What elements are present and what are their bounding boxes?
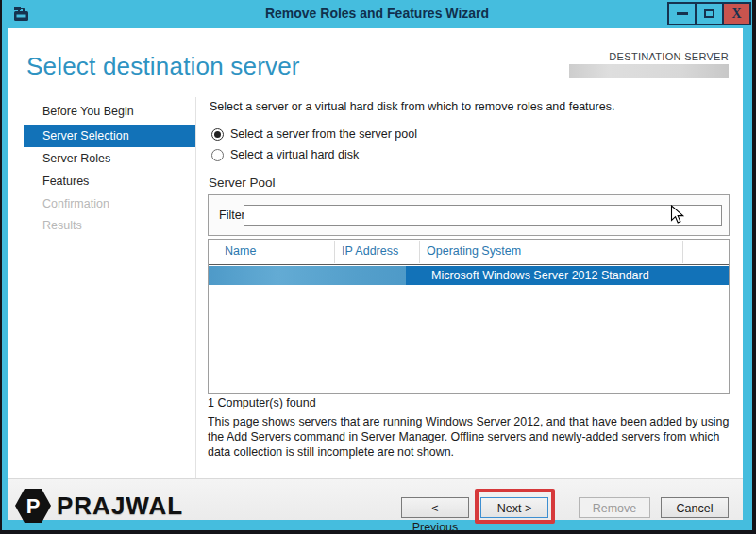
prajwal-watermark: PRAJWAL [57, 492, 183, 521]
remove-button: Remove [579, 497, 650, 518]
next-button[interactable]: Next > [480, 497, 548, 518]
footer: P PRAJWAL < Previous Next > Remove Cance… [0, 0, 756, 534]
cancel-button[interactable]: Cancel [661, 497, 729, 518]
screenshot-root: Remove Roles and Features Wizard X Selec… [0, 0, 756, 534]
svg-text:P: P [26, 494, 41, 518]
previous-button[interactable]: < Previous [401, 497, 469, 518]
prajwal-logo-icon: P [13, 486, 53, 526]
